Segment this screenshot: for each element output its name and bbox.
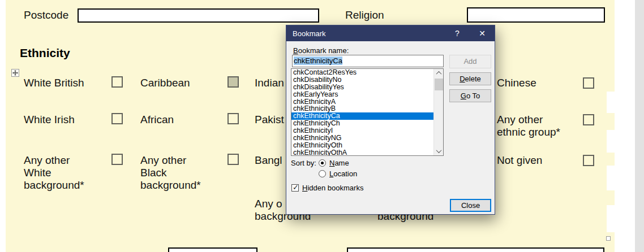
bookmark-name-label: Bookmark name: — [293, 46, 349, 55]
option-label-indian: Indian — [255, 77, 284, 89]
option-label-any-other-white: Any other White background* — [24, 154, 84, 192]
label-line: White — [24, 167, 84, 179]
bookmark-list[interactable]: chkContact2ResYes chkDisabilityNo chkDis… — [291, 68, 444, 156]
option-label-any-other-black: Any other Black background* — [140, 154, 201, 192]
label-line: Black — [140, 167, 201, 179]
label-rest: o To — [466, 92, 480, 100]
list-item[interactable]: chkEarlyYears — [291, 91, 433, 98]
list-item[interactable]: chkEthnicityOth — [291, 142, 433, 149]
checkbox-chinese[interactable] — [583, 77, 594, 89]
partial-write-in-field — [607, 92, 615, 113]
partial-write-in-field — [607, 166, 615, 190]
label-line: Any other — [497, 114, 560, 126]
scrollbar-thumb[interactable] — [435, 79, 443, 90]
label-rest: elete — [465, 75, 481, 83]
label-rest: ookmark name: — [298, 46, 349, 55]
label-accel: D — [460, 75, 465, 83]
option-label-chinese: Chinese — [497, 77, 536, 89]
checkbox-african[interactable] — [227, 113, 239, 124]
checkbox-any-other-black[interactable] — [227, 154, 239, 165]
list-item-selected[interactable]: chkEthnicityCa — [291, 112, 433, 120]
label-line: African — [140, 114, 174, 126]
option-label-pakistani: Pakist — [255, 114, 284, 126]
postcode-label: Postcode — [24, 9, 68, 21]
label-line: Chinese — [497, 77, 536, 89]
list-item[interactable]: chkContact2ResYes — [291, 69, 433, 76]
label-line: Any other — [140, 154, 201, 167]
list-scrollbar[interactable] — [433, 69, 443, 155]
label-accel: B — [293, 46, 298, 55]
add-button[interactable]: Add — [449, 55, 491, 68]
label-line: background* — [140, 179, 201, 192]
option-label-african: African — [140, 114, 174, 126]
dialog-titlebar[interactable]: Bookmark ? ✕ — [286, 25, 495, 41]
option-label-white-irish: White Irish — [24, 114, 75, 126]
bookmark-dialog: Bookmark ? ✕ Bookmark name: chkEthnicity… — [286, 25, 495, 215]
partial-write-in-field — [607, 130, 615, 153]
religion-input[interactable] — [467, 7, 605, 23]
bottom-input-right[interactable] — [347, 247, 604, 252]
list-item[interactable]: chkEthnicityA — [291, 98, 433, 106]
label-line: Not given — [497, 154, 542, 167]
label-line: Any other — [24, 154, 84, 167]
checkbox-any-other-ethnic-group[interactable] — [583, 114, 594, 125]
option-label-not-given: Not given — [497, 154, 542, 167]
chevron-up-icon — [436, 71, 442, 77]
delete-button[interactable]: Delete — [449, 72, 491, 85]
titlebar-buttons: ? ✕ — [445, 25, 495, 41]
window-edge — [635, 0, 644, 252]
radio-name-label: Name — [329, 159, 349, 167]
dialog-title: Bookmark — [293, 29, 326, 38]
checkbox-caribbean[interactable] — [227, 76, 239, 88]
checkbox-any-other-white[interactable] — [111, 154, 123, 165]
label-rest: idden bookmarks — [307, 184, 363, 192]
sort-by-label: Sort by: — [291, 159, 316, 167]
list-item[interactable]: chkEthnicityI — [291, 127, 433, 134]
bottom-input-left[interactable] — [168, 247, 257, 252]
chevron-down-icon — [436, 147, 442, 153]
label-line: White Irish — [24, 114, 75, 126]
checkbox-white-irish[interactable] — [111, 113, 123, 124]
option-label-caribbean: Caribbean — [140, 77, 190, 89]
label-line: Bangl — [255, 154, 282, 167]
close-icon[interactable]: ✕ — [470, 25, 495, 41]
ethnicity-heading: Ethnicity — [20, 46, 70, 60]
hidden-bookmarks-label: Hidden bookmarks — [302, 184, 363, 192]
word-document-view: Postcode Religion Ethnicity White Britis… — [0, 0, 644, 252]
label-line: background* — [24, 179, 84, 192]
move-arrows-icon — [12, 70, 18, 76]
postcode-input[interactable] — [78, 8, 319, 23]
partial-write-in-field — [607, 205, 615, 232]
list-item[interactable]: chkDisabilityYes — [291, 84, 433, 91]
label-rest: ocation — [333, 170, 357, 178]
option-label-any-other-ethnic-group: Any other ethnic group* — [497, 114, 560, 138]
close-button[interactable]: Close — [450, 199, 491, 212]
hidden-bookmarks-checkbox[interactable]: ✓ — [291, 184, 299, 192]
label-line: ethnic group* — [497, 126, 560, 138]
scroll-up-icon[interactable] — [434, 69, 444, 77]
radio-sort-name[interactable] — [319, 159, 326, 167]
list-item[interactable]: chkEthnicityCh — [291, 120, 433, 127]
goto-button[interactable]: Go To — [449, 89, 491, 102]
checkbox-white-british[interactable] — [111, 76, 123, 88]
option-label-bangladeshi: Bangl — [255, 154, 282, 167]
radio-sort-location[interactable] — [319, 170, 326, 177]
label-accel: H — [302, 184, 307, 192]
checkmark-icon: ✓ — [293, 183, 299, 192]
option-label-white-british: White British — [24, 77, 84, 89]
list-item[interactable]: chkDisabilityNo — [291, 76, 433, 84]
label-accel: G — [461, 92, 466, 100]
religion-label: Religion — [345, 9, 384, 21]
list-item[interactable]: chkEthnicityOthA — [291, 149, 433, 156]
label-accel: N — [329, 159, 334, 167]
list-item[interactable]: chkEthnicityNG — [291, 134, 433, 142]
list-item[interactable]: chkEthnicityB — [291, 105, 433, 112]
label-rest: ame — [334, 159, 349, 167]
checkbox-not-given[interactable] — [583, 155, 594, 166]
help-icon[interactable]: ? — [445, 25, 470, 41]
bookmark-name-input[interactable]: chkEthnicityCa — [292, 55, 444, 67]
radio-location-label: Location — [329, 170, 357, 178]
table-move-handle-icon[interactable] — [11, 69, 19, 77]
scroll-down-icon[interactable] — [434, 147, 444, 155]
label-line: Pakist — [255, 114, 284, 126]
